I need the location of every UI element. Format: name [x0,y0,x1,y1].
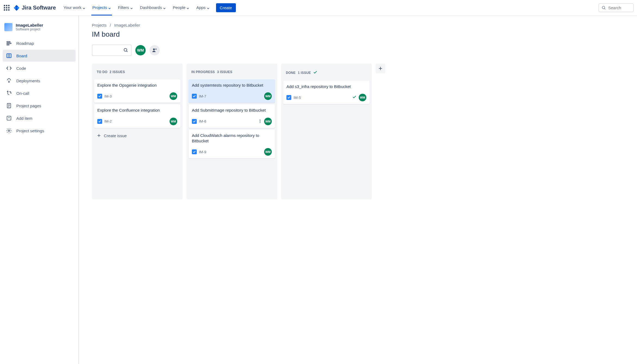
project-header[interactable]: ImageLabeller Software project [3,23,76,37]
jira-logo-icon [13,4,20,11]
breadcrumb-current[interactable]: ImageLabeller [114,23,140,27]
page-title: IM board [92,30,637,39]
nav-item-dashboards[interactable]: Dashboards [139,0,167,15]
nav-item-people[interactable]: People [172,0,191,15]
nav-item-projects[interactable]: Projects [91,0,112,15]
column-header[interactable]: Done1 issue [283,67,370,79]
card-title: Add systemtests repository to Bitbucket [192,83,272,88]
task-type-icon [286,95,291,100]
global-search-input[interactable] [608,5,630,10]
assignee-avatar[interactable]: WM [264,148,272,156]
issue-key: IM-5 [293,96,301,100]
card-title: Explore the Confluence integration [97,108,177,113]
column-name: To Do [97,70,107,74]
chevron-down-icon [163,6,166,9]
breadcrumb: Projects / ImageLabeller [92,23,637,27]
search-icon [123,48,128,53]
chevron-down-icon [207,6,210,9]
assignee-avatar[interactable]: WM [170,92,177,100]
nav-item-label: Apps [196,5,205,10]
sidebar-item-label: On-call [16,91,29,96]
chevron-down-icon [83,6,85,9]
svg-point-22 [260,120,260,120]
jira-logo[interactable]: Jira Software [13,4,56,11]
column-to-do: To Do2 issuesExplore the Opsgenie integr… [92,64,183,199]
sidebar-item-deployments[interactable]: Deployments [3,75,76,87]
issue-key: IM-6 [199,119,206,123]
sidebar-item-add-item[interactable]: Add item [3,112,76,124]
sidebar-item-label: Project settings [16,128,44,133]
nav-item-your-work[interactable]: Your work [63,0,86,15]
svg-rect-2 [7,42,10,42]
add-people-button[interactable] [149,45,160,55]
board-search[interactable] [92,45,132,56]
sidebar-item-code[interactable]: Code [3,62,76,74]
sidebar-item-label: Add item [16,116,32,121]
card-title: Explore the Opsgenie integration [97,83,177,88]
column-done: Done1 issueAdd s3_infra repository to Bi… [281,64,372,199]
nav-item-label: Projects [92,5,107,10]
nav-item-apps[interactable]: Apps [195,0,210,15]
assignee-avatar[interactable]: WM [264,118,272,125]
issue-key: IM-7 [199,94,206,98]
project-subtitle: Software project [16,27,43,31]
create-button[interactable]: Create [216,3,236,12]
breadcrumb-root[interactable]: Projects [92,23,107,27]
assignee-avatar[interactable]: WM [170,118,177,125]
sidebar-icon [6,90,12,96]
global-search[interactable] [598,3,634,12]
card-title: Add SubmitImage repository to Bitbucket [192,108,272,113]
nav-item-filters[interactable]: Filters [117,0,134,15]
issue-card[interactable]: Add systemtests repository to BitbucketI… [189,79,275,103]
issue-card[interactable]: Explore the Confluence integrationIM-2WM [94,104,180,128]
card-title: Add s3_infra repository to Bitbucket [286,84,366,89]
task-type-icon [97,94,102,99]
sidebar-item-roadmap[interactable]: Roadmap [3,37,76,49]
sidebar-item-label: Code [16,66,26,71]
sidebar-item-on-call[interactable]: On-call [3,87,76,99]
sidebar-icon [6,103,12,109]
project-name: ImageLabeller [16,23,43,27]
layout: ImageLabeller Software project RoadmapBo… [0,16,637,364]
issue-card[interactable]: Add CloudWatch alarms repository to Bitb… [189,130,275,159]
breadcrumb-separator: / [110,23,111,27]
user-avatar[interactable]: WM [135,45,146,55]
card-footer: IM-5WM [286,94,366,101]
nav-item-label: Your work [64,5,82,10]
nav-item-label: People [173,5,186,10]
sidebar-item-board[interactable]: Board [3,50,76,62]
assignee-avatar[interactable]: WM [359,94,366,101]
app-switcher-icon[interactable] [3,5,10,11]
nav-items: Your workProjectsFiltersDashboardsPeople… [63,0,211,15]
svg-point-17 [124,48,127,51]
column-header[interactable]: To Do2 issues [94,67,180,78]
issue-card[interactable]: Explore the Opsgenie integrationIM-3WM [94,79,180,103]
column-header[interactable]: In Progress3 issues [189,67,275,78]
svg-line-18 [126,51,127,52]
task-type-icon [97,119,102,124]
board: To Do2 issuesExplore the Opsgenie integr… [92,64,637,199]
column-count: 2 issues [110,70,125,74]
logo-text: Jira Software [22,5,56,11]
sidebar-icon [6,128,12,134]
card-title: Add CloudWatch alarms repository to Bitb… [192,133,272,144]
task-type-icon [192,94,197,99]
sidebar-item-project-settings[interactable]: Project settings [3,125,76,137]
issue-card[interactable]: Add SubmitImage repository to BitbucketI… [189,104,275,128]
sidebar-item-label: Board [16,54,27,58]
chevron-down-icon [108,6,111,9]
create-issue-button[interactable]: Create issue [94,131,180,141]
issue-card[interactable]: Add s3_infra repository to BitbucketIM-5… [283,81,370,104]
column-name: Done [286,71,296,75]
main-content: Projects / ImageLabeller IM board WM To … [79,16,637,364]
add-column-button[interactable] [376,64,385,73]
sidebar-item-project-pages[interactable]: Project pages [3,100,76,112]
sidebar-item-label: Project pages [16,103,41,108]
chevron-down-icon [130,6,133,9]
sidebar-icon [6,115,12,121]
assignee-avatar[interactable]: WM [264,92,272,100]
svg-point-0 [602,6,605,9]
column-count: 1 issue [298,71,311,75]
top-nav: Jira Software Your workProjectsFiltersDa… [0,0,637,16]
svg-rect-5 [7,54,11,58]
